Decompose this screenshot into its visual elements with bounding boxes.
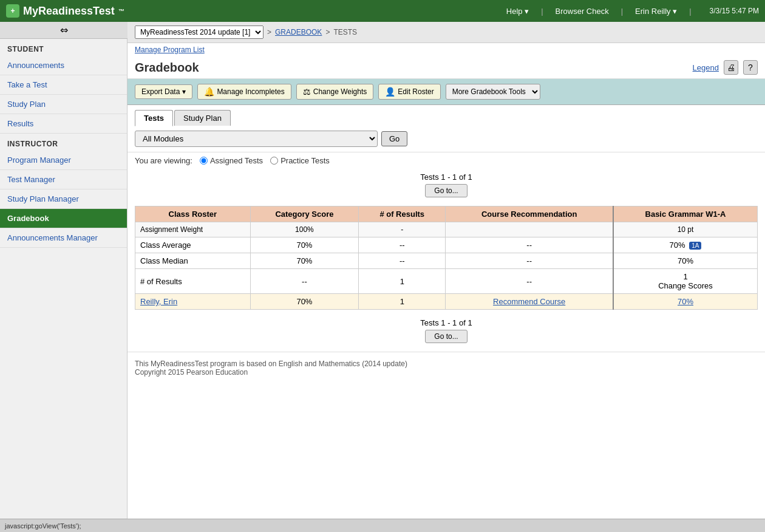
subheader-points: 10 pt	[613, 222, 758, 237]
sidebar-item-test-manager[interactable]: Test Manager	[0, 170, 127, 189]
table-row: # of Results -- 1 -- 1 Change Scores	[135, 269, 758, 294]
assigned-tests-radio-label[interactable]: Assigned Tests	[200, 156, 263, 165]
row-recommendation-class-median: --	[446, 253, 613, 269]
subheader-assignment-weight: Assignment Weight	[135, 222, 251, 237]
assigned-tests-radio[interactable]	[200, 157, 208, 165]
col-header-class-roster: Class Roster	[135, 206, 251, 222]
page-header: Gradebook Legend 🖨 ?	[127, 56, 765, 79]
status-text: javascript:goView('Tests');	[5, 522, 81, 530]
sidebar-item-results[interactable]: Results	[0, 114, 127, 134]
row-category-score-student: 70%	[250, 294, 359, 310]
subheader-empty	[446, 222, 613, 237]
grammar-score-link-avg[interactable]: 70%	[670, 240, 685, 250]
export-data-button[interactable]: Export Data ▾	[135, 84, 192, 99]
help-link[interactable]: Help	[506, 7, 529, 16]
print-icon[interactable]: 🖨	[724, 60, 738, 75]
help-icon[interactable]: ?	[743, 60, 758, 75]
pagination-count-bottom: Tests 1 - 1 of 1	[135, 318, 758, 327]
student-grammar-score-link[interactable]: 70%	[678, 297, 693, 306]
student-section-label: STUDENT	[0, 39, 127, 56]
row-num-results-student: 1	[359, 294, 446, 310]
sidebar-item-gradebook[interactable]: Gradebook	[0, 209, 127, 228]
sidebar-item-study-plan[interactable]: Study Plan	[0, 95, 127, 114]
sidebar-item-program-manager[interactable]: Program Manager	[0, 151, 127, 170]
badge-1a: 1A	[689, 242, 701, 250]
col-header-course-recommendation: Course Recommendation	[446, 206, 613, 222]
go-to-top-button[interactable]: Go to...	[425, 184, 467, 197]
main-content: MyReadinessTest 2014 update [1] > GRADEB…	[127, 22, 765, 532]
page-title: Gradebook	[135, 61, 199, 75]
gradebook-table: Class Roster Category Score # of Results	[135, 206, 758, 310]
go-to-bottom-button[interactable]: Go to...	[425, 330, 467, 343]
row-category-score-class-median: 70%	[250, 253, 359, 269]
tab-tests[interactable]: Tests	[135, 110, 173, 126]
row-label-class-average: Class Average	[135, 237, 251, 253]
points-link[interactable]: 10 pt	[678, 225, 694, 234]
legend-link[interactable]: Legend	[693, 63, 719, 72]
class-roster-sort-link[interactable]: Class Roster	[169, 210, 217, 219]
go-button[interactable]: Go	[381, 131, 407, 146]
filter-row: All Modules Go	[127, 126, 765, 152]
footer-line1: This MyReadinessTest program is based on…	[135, 360, 758, 368]
manage-incompletes-button[interactable]: 🔔 Manage Incompletes	[197, 84, 291, 100]
recommend-course-link[interactable]: Recommend Course	[493, 297, 565, 306]
row-category-score-num-results: --	[250, 269, 359, 294]
more-tools-select[interactable]: More Gradebook Tools	[446, 84, 540, 100]
pagination-count: Tests 1 - 1 of 1	[135, 172, 758, 182]
change-scores-link[interactable]: Change Scores	[658, 281, 713, 290]
practice-tests-radio-label[interactable]: Practice Tests	[270, 156, 330, 165]
row-label-num-results: # of Results	[135, 269, 251, 294]
pagination-top: Tests 1 - 1 of 1 Go to...	[127, 169, 765, 201]
row-recommendation-student: Recommend Course	[446, 294, 613, 310]
row-num-results-class-median: --	[359, 253, 446, 269]
browser-check-link[interactable]: Browser Check	[556, 7, 609, 16]
user-menu[interactable]: Erin Reilly	[635, 7, 677, 16]
col-header-num-results: # of Results	[359, 206, 446, 222]
course-recommendation-sort-link[interactable]: Course Recommendation	[481, 210, 577, 219]
sidebar: ⇔ STUDENT Announcements Take a Test Stud…	[0, 22, 127, 532]
tab-study-plan[interactable]: Study Plan	[174, 110, 231, 126]
breadcrumb-separator1: >	[267, 28, 271, 36]
row-grammar-class-median: 70%	[613, 253, 758, 269]
manage-program-link[interactable]: Manage Program List	[135, 46, 205, 54]
row-grammar-student: 70%	[613, 294, 758, 310]
tabs: Tests Study Plan	[127, 105, 765, 126]
pagination-bottom: Tests 1 - 1 of 1 Go to...	[127, 315, 765, 347]
app-logo: + MyReadinessTest™	[6, 4, 124, 18]
footer: This MyReadinessTest program is based on…	[127, 352, 765, 384]
sidebar-toggle-button[interactable]: ⇔	[0, 22, 127, 39]
row-recommendation-class-average: --	[446, 237, 613, 253]
manage-link-row: Manage Program List	[127, 43, 765, 56]
app-name: MyReadinessTest	[23, 5, 115, 18]
col-header-category-score: Category Score	[250, 206, 359, 222]
row-grammar-num-results: 1 Change Scores	[613, 269, 758, 294]
status-bar: javascript:goView('Tests');	[0, 519, 765, 532]
change-weights-button[interactable]: ⚖ Change Weights	[296, 84, 374, 100]
page-layout: ⇔ STUDENT Announcements Take a Test Stud…	[0, 22, 765, 532]
row-grammar-class-average: 70% 1A	[613, 237, 758, 253]
breadcrumb-separator2: >	[325, 28, 330, 36]
row-recommendation-num-results: --	[446, 269, 613, 294]
toolbar: Export Data ▾ 🔔 Manage Incompletes ⚖ Cha…	[127, 79, 765, 105]
instructor-section-label: INSTRUCTOR	[0, 134, 127, 151]
edit-roster-button[interactable]: 👤 Edit Roster	[378, 84, 440, 100]
sidebar-item-study-plan-manager[interactable]: Study Plan Manager	[0, 189, 127, 209]
dropdown-arrow-icon: ▾	[182, 87, 186, 96]
table-row: Class Median 70% -- -- 70%	[135, 253, 758, 269]
sidebar-item-take-test[interactable]: Take a Test	[0, 75, 127, 95]
practice-tests-radio[interactable]	[270, 157, 278, 165]
table-row: Class Average 70% -- -- 70% 1A	[135, 237, 758, 253]
subheader-weight-value: 100%	[250, 222, 359, 237]
col-header-basic-grammar: Basic Grammar W1-A	[613, 206, 758, 222]
category-score-sort-link[interactable]: Category Score	[275, 210, 333, 219]
sidebar-item-announcements[interactable]: Announcements	[0, 56, 127, 75]
breadcrumb-bar: MyReadinessTest 2014 update [1] > GRADEB…	[127, 22, 765, 43]
row-label-student: Reilly, Erin	[135, 294, 251, 310]
weight-value-link[interactable]: 100%	[295, 225, 314, 234]
logo-icon: +	[6, 4, 19, 18]
program-selector[interactable]: MyReadinessTest 2014 update [1]	[135, 26, 264, 39]
row-category-score-class-average: 70%	[250, 237, 359, 253]
sidebar-item-announcements-manager[interactable]: Announcements Manager	[0, 228, 127, 248]
student-name-link[interactable]: Reilly, Erin	[140, 297, 177, 306]
modules-select[interactable]: All Modules	[135, 131, 378, 147]
